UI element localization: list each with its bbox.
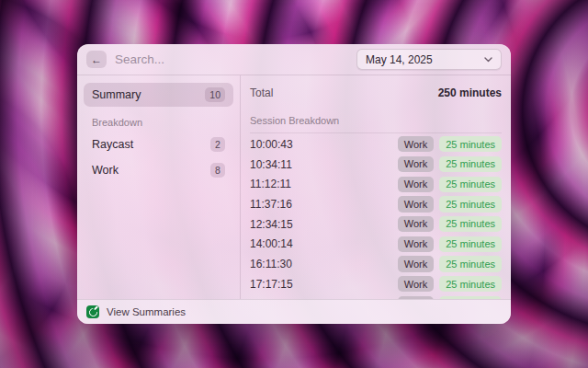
date-dropdown[interactable]: May 14, 2025 [356, 49, 502, 70]
session-time: 14:00:14 [250, 237, 293, 250]
sidebar-section-label: Breakdown [92, 117, 225, 128]
session-tags: Work 25 minutes [398, 276, 502, 292]
sidebar-item-badge: 10 [205, 87, 225, 102]
session-tag-badge: Work [398, 296, 434, 299]
session-tags: Work 25 minutes [398, 236, 502, 252]
session-time: 11:37:16 [250, 198, 292, 211]
session-time: 12:34:15 [250, 218, 293, 231]
session-duration-badge: 25 minutes [439, 236, 502, 252]
sidebar-item-badge: 2 [210, 137, 225, 152]
back-arrow-icon: ← [91, 53, 102, 66]
session-row[interactable]: 14:00:14 Work 25 minutes [250, 234, 502, 254]
session-row[interactable]: 17:17:15 Work 25 minutes [250, 274, 502, 294]
session-tag-badge: Work [398, 156, 434, 172]
view-summaries-extension-icon [86, 305, 99, 318]
total-row: Total 250 minutes [250, 84, 502, 102]
session-time: 17:17:15 [250, 278, 293, 291]
session-duration-badge: 25 minutes [439, 196, 502, 212]
session-tag-badge: Work [398, 177, 434, 192]
action-bar: View Summaries [77, 299, 511, 324]
session-tags: Work 25 minutes [398, 216, 502, 232]
session-tag-badge: Work [398, 236, 434, 252]
sidebar: Summary 10 Breakdown Raycast 2 Work 8 [77, 75, 241, 299]
session-duration-badge: 25 minutes [439, 256, 502, 271]
session-time: 17:42:15 [250, 297, 293, 299]
sidebar-item-label: Raycast [92, 138, 133, 151]
session-duration-badge: 25 minutes [439, 296, 502, 299]
session-tags: Work 25 minutes [398, 256, 502, 271]
session-duration-badge: 25 minutes [439, 216, 502, 232]
sidebar-primary-group: Summary 10 [84, 83, 233, 107]
back-button[interactable]: ← [86, 51, 107, 68]
top-bar: ← May 14, 2025 [77, 44, 511, 75]
session-time: 10:00:43 [250, 138, 293, 151]
session-row[interactable]: 10:00:43 Work 25 minutes [250, 134, 502, 155]
sidebar-item[interactable]: Raycast 2 [84, 132, 233, 156]
session-list: 10:00:43 Work 25 minutes 10:34:11 Work 2… [250, 133, 502, 299]
session-row[interactable]: 10:34:11 Work 25 minutes [250, 155, 502, 175]
session-duration-badge: 25 minutes [439, 276, 502, 292]
session-tags: Work 25 minutes [398, 296, 502, 299]
session-tag-badge: Work [398, 256, 434, 271]
session-row[interactable]: 11:37:16 Work 25 minutes [250, 194, 502, 214]
session-row[interactable]: 11:12:11 Work 25 minutes [250, 174, 502, 194]
session-time: 16:11:30 [250, 258, 292, 270]
session-row[interactable]: 17:42:15 Work 25 minutes [250, 294, 502, 300]
session-tag-badge: Work [398, 276, 434, 292]
session-tag-badge: Work [398, 216, 434, 232]
session-tags: Work 25 minutes [398, 136, 502, 152]
raycast-window: ← May 14, 2025 Summary 10 Breakdown Rayc… [77, 44, 511, 324]
total-value: 250 minutes [438, 86, 502, 99]
date-dropdown-value: May 14, 2025 [366, 53, 433, 66]
session-tag-badge: Work [398, 196, 434, 212]
window-body: Summary 10 Breakdown Raycast 2 Work 8 To… [77, 75, 511, 299]
sidebar-item-badge: 8 [210, 163, 225, 178]
main-panel: Total 250 minutes Session Breakdown 10:0… [241, 75, 511, 299]
session-tag-badge: Work [398, 136, 434, 152]
session-duration-badge: 25 minutes [439, 177, 502, 192]
session-duration-badge: 25 minutes [439, 156, 502, 172]
session-row[interactable]: 16:11:30 Work 25 minutes [250, 254, 502, 274]
session-time: 10:34:11 [250, 158, 292, 171]
session-breakdown-header: Session Breakdown [250, 115, 502, 133]
session-duration-badge: 25 minutes [439, 136, 502, 152]
chevron-down-icon [484, 57, 492, 63]
sidebar-item-label: Summary [92, 88, 141, 101]
sidebar-item[interactable]: Summary 10 [84, 83, 233, 107]
view-summaries-action[interactable]: View Summaries [107, 306, 186, 317]
search-input[interactable] [115, 52, 348, 66]
session-tags: Work 25 minutes [398, 177, 502, 192]
session-tags: Work 25 minutes [398, 196, 502, 212]
session-time: 11:12:11 [250, 178, 291, 190]
session-row[interactable]: 12:34:15 Work 25 minutes [250, 214, 502, 235]
sidebar-breakdown-group: Raycast 2 Work 8 [84, 132, 233, 182]
sidebar-item-label: Work [92, 164, 119, 177]
total-label: Total [250, 86, 273, 99]
session-tags: Work 25 minutes [398, 156, 502, 172]
sidebar-item[interactable]: Work 8 [84, 158, 233, 182]
